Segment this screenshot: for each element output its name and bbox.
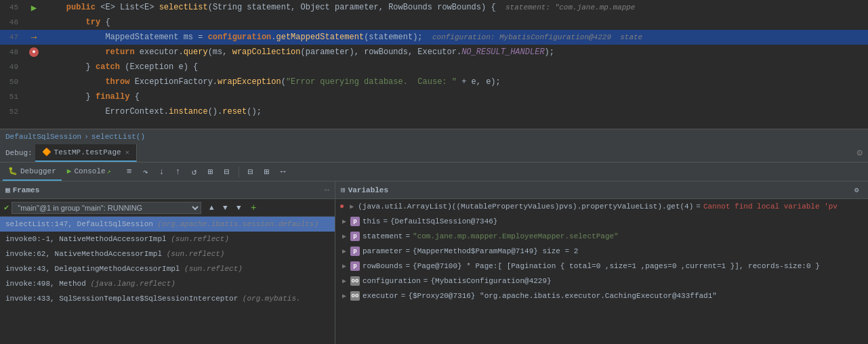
var-name: (java.util.ArrayList)((MutablePropertyVa…: [358, 202, 693, 211]
step-out-button[interactable]: ↑: [171, 165, 186, 179]
variables-actions: ⚙: [850, 184, 863, 196]
thread-down-button[interactable]: ▼: [219, 202, 231, 214]
frames-icon: ▦: [5, 186, 10, 194]
expand-icon[interactable]: ▶: [339, 291, 349, 301]
line-number-45: 45: [0, 3, 24, 12]
breadcrumb-method[interactable]: selectList(): [91, 133, 145, 141]
thread-filter-button[interactable]: ▼: [232, 202, 245, 214]
frames-button[interactable]: ⊟: [243, 165, 258, 179]
debug-tab-testmp[interactable]: 🔶 TestMP.testPage ✕: [35, 144, 137, 162]
var-eq: =: [383, 217, 388, 225]
var-item[interactable]: ▶prowBounds={Page@7100} * Page:[ [Pagina…: [335, 259, 868, 274]
editor-area: 45▶ public <E> List<E> selectList(String…: [0, 0, 868, 129]
var-item[interactable]: ●▶(java.util.ArrayList)((MutableProperty…: [335, 199, 868, 214]
code-line-47: 47→ MappedStatement ms = configuration.g…: [0, 30, 868, 45]
step-over-button[interactable]: ↷: [138, 165, 153, 179]
frames-panel: ▦ Frames ↔ ✔ "main"@1 in group "main": R…: [0, 181, 335, 344]
thread-nav-arrows: ▲ ▼ ▼: [205, 202, 245, 214]
code-line-46: 46 try {: [0, 15, 868, 30]
frame-item[interactable]: selectList:147, DefaultSqlSession (org.a…: [0, 217, 335, 232]
var-item[interactable]: ▶pparameter={MapperMethod$ParamMap@7149}…: [335, 244, 868, 259]
step-into-button[interactable]: ↓: [154, 165, 169, 179]
variables-title: Variables: [348, 186, 388, 194]
current-line-icon: →: [29, 33, 39, 42]
frames-list: selectList:147, DefaultSqlSession (org.a…: [0, 217, 335, 344]
line-gutter-48: ●: [24, 47, 44, 57]
evaluate-button[interactable]: ⊞: [203, 165, 218, 179]
close-tab-button[interactable]: ✕: [125, 148, 129, 156]
var-type-icon: oo: [350, 291, 360, 301]
var-item[interactable]: ▶ooconfiguration={MybatisConfiguration@4…: [335, 274, 868, 288]
var-eq: =: [423, 277, 428, 285]
var-item[interactable]: ▶pstatement="com.jane.mp.mapper.Employee…: [335, 229, 868, 244]
expand-icon[interactable]: ▶: [339, 246, 349, 256]
frame-text: invoke0:-1, NativeMethodAccessorImpl (su…: [5, 235, 229, 243]
var-name: parameter: [363, 247, 402, 255]
code-line-49: 49 } catch (Exception e) {: [0, 60, 868, 74]
debug-tab-label: TestMP.testPage: [54, 148, 121, 156]
var-item[interactable]: ▶pthis={DefaultSqlSession@7346}: [335, 214, 868, 229]
expand-icon[interactable]: ▶: [347, 202, 356, 211]
var-eq: =: [401, 292, 406, 300]
frame-text: invoke:498, Method (java.lang.reflect): [5, 280, 175, 288]
frame-item[interactable]: invoke:43, DelegatingMethodAccessorImpl …: [0, 261, 335, 276]
line-number-51: 51: [0, 93, 24, 101]
var-value: {MybatisConfiguration@4229}: [430, 277, 551, 285]
var-eq: =: [405, 262, 410, 270]
frame-item[interactable]: invoke0:-1, NativeMethodAccessorImpl (su…: [0, 232, 335, 246]
variables-header: ⊞ Variables ⚙: [335, 181, 868, 199]
line-content-48: return executor.query(ms, wrapCollection…: [44, 47, 868, 57]
frame-item[interactable]: invoke:62, NativeMethodAccessorImpl (sun…: [0, 246, 335, 261]
execution-arrow-icon: ▶: [29, 3, 39, 12]
line-number-48: 48: [0, 48, 24, 56]
add-frame-button[interactable]: +: [247, 202, 260, 214]
thread-row: ✔ "main"@1 in group "main": RUNNING ▲ ▼ …: [0, 199, 335, 217]
frames-header: ▦ Frames ↔: [0, 181, 335, 199]
code-line-51: 51 } finally {: [0, 89, 868, 104]
frame-item[interactable]: invoke:498, Method (java.lang.reflect): [0, 276, 335, 291]
line-number-49: 49: [0, 63, 24, 71]
breakpoint-icon[interactable]: ●: [29, 47, 39, 57]
expand-icon[interactable]: ▶: [339, 276, 349, 286]
frame-text: invoke:62, NativeMethodAccessorImpl (sun…: [5, 250, 224, 258]
thread-select[interactable]: "main"@1 in group "main": RUNNING: [12, 202, 201, 214]
run-to-cursor-button[interactable]: ↺: [187, 165, 202, 179]
testmp-icon: 🔶: [42, 148, 51, 156]
tab-console-label: Console: [74, 167, 105, 175]
var-type-icon: oo: [350, 276, 360, 286]
var-value: Cannot find local variable 'pv: [703, 202, 838, 211]
trace-button[interactable]: ⊟: [220, 165, 234, 179]
variables-settings-button[interactable]: ⚙: [850, 184, 863, 196]
tab-debugger-icon: 🐛: [8, 167, 18, 175]
breadcrumb: DefaultSqlSession › selectList(): [0, 129, 868, 144]
debug-bar: Debug: 🔶 TestMP.testPage ✕ ⚙: [0, 144, 868, 163]
code-line-52: 52 ErrorContext.instance().reset();: [0, 104, 868, 119]
code-line-48: 48● return executor.query(ms, wrapCollec…: [0, 45, 868, 60]
pin-icon[interactable]: ↔: [325, 186, 329, 195]
show-execution-point-button[interactable]: ≡: [122, 165, 137, 179]
expand-icon[interactable]: ▶: [339, 232, 349, 241]
variables-icon: ⊞: [341, 186, 346, 194]
code-line-45: 45▶ public <E> List<E> selectList(String…: [0, 0, 868, 15]
frame-item[interactable]: invoke:433, SqlSessionTemplate$SqlSessio…: [0, 291, 335, 306]
console-add-icon[interactable]: ↗: [107, 167, 111, 175]
thread-up-button[interactable]: ▲: [205, 202, 218, 214]
line-number-50: 50: [0, 78, 24, 86]
var-value: {DefaultSqlSession@7346}: [390, 217, 497, 225]
var-list: ●▶(java.util.ArrayList)((MutableProperty…: [335, 199, 868, 344]
var-eq: =: [696, 202, 701, 211]
tab-debugger[interactable]: 🐛 Debugger: [3, 163, 62, 181]
tab-debugger-label: Debugger: [20, 167, 56, 175]
expand-icon[interactable]: ▶: [339, 217, 349, 226]
breadcrumb-class[interactable]: DefaultSqlSession: [5, 133, 81, 141]
settings-icon[interactable]: ⚙: [857, 147, 863, 158]
tab-console[interactable]: ▶ Console ↗: [62, 163, 117, 181]
frame-text: invoke:43, DelegatingMethodAccessorImpl …: [5, 265, 243, 273]
expand-icon[interactable]: ▶: [339, 261, 349, 271]
line-content-47: MappedStatement ms = configuration.getMa…: [44, 33, 868, 42]
more-button[interactable]: ↔: [276, 165, 291, 179]
var-item[interactable]: ▶ooexecutor={$Proxy20@7316} "org.apache.…: [335, 288, 868, 303]
code-line-50: 50 throw ExceptionFactory.wrapException(…: [0, 74, 868, 89]
variables-button[interactable]: ⊞: [260, 165, 274, 179]
frames-title: Frames: [13, 186, 40, 194]
